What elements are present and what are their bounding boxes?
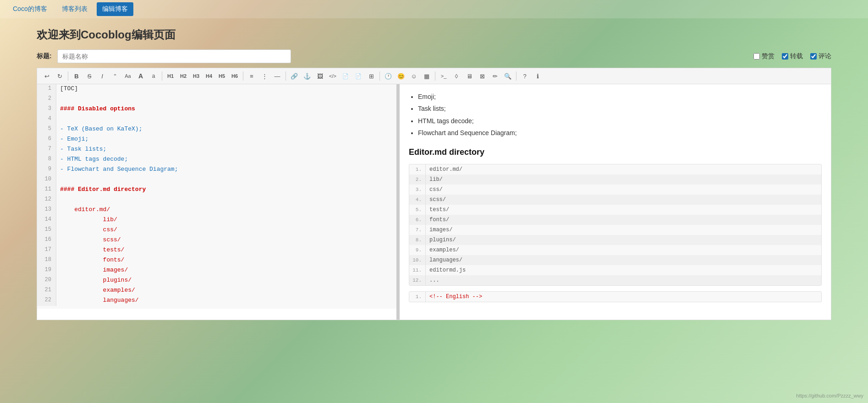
dir-code-content: images/ xyxy=(426,225,456,235)
toolbar-emoji[interactable]: 😊 xyxy=(395,70,407,82)
toolbar-h5[interactable]: H5 xyxy=(216,70,228,82)
code-line: 22 languages/ xyxy=(37,296,396,306)
toolbar-code[interactable]: </> xyxy=(327,70,339,82)
editor-left-pane[interactable]: 1[TOC]23#### Disabled options45- TeX (Ba… xyxy=(37,84,397,320)
nav-item-edit-blog[interactable]: 编辑博客 xyxy=(97,2,133,16)
toolbar-bold[interactable]: B xyxy=(71,70,82,82)
checkbox-reward-label: 赞赏 xyxy=(762,52,775,60)
checkbox-comment[interactable]: 评论 xyxy=(810,52,831,60)
line-number: 10 xyxy=(37,175,56,185)
navbar: Coco的博客 博客列表 编辑博客 xyxy=(0,0,868,18)
toolbar-preformat[interactable]: 📄 xyxy=(352,70,364,82)
toolbar-ordered-list[interactable]: ⋮ xyxy=(258,70,270,82)
line-content: - Flowchart and Sequence Diagram; xyxy=(56,165,396,175)
line-content: - HTML tags decode; xyxy=(56,155,396,165)
line-number: 22 xyxy=(37,296,56,306)
code-line: 10 xyxy=(37,175,396,185)
line-number: 8 xyxy=(37,155,56,165)
dir-code-line: 1.editor.md/ xyxy=(409,164,821,174)
toolbar-uppercase[interactable]: A xyxy=(135,70,147,82)
title-input[interactable] xyxy=(57,49,291,63)
form-row: 标题: 赞赏 转载 评论 xyxy=(37,49,831,63)
toolbar-h2[interactable]: H2 xyxy=(177,70,189,82)
editor-panels: 1[TOC]23#### Disabled options45- TeX (Ba… xyxy=(37,84,831,320)
dir-code-num: 1. xyxy=(409,164,426,174)
toolbar-search[interactable]: 🔍 xyxy=(502,70,514,82)
toolbar-link[interactable]: 🔗 xyxy=(288,70,300,82)
toolbar-datetime[interactable]: 🕐 xyxy=(382,70,394,82)
line-content: fonts/ xyxy=(56,256,396,266)
checkbox-reward-input[interactable] xyxy=(753,53,760,60)
toolbar-sep-7 xyxy=(516,71,516,81)
toolbar-redo[interactable]: ↻ xyxy=(54,70,66,82)
code-line: 19 images/ xyxy=(37,266,396,276)
dir-code-content: scss/ xyxy=(426,195,450,205)
nav-item-coco-blog[interactable]: Coco的博客 xyxy=(7,2,53,16)
line-content xyxy=(56,114,396,125)
toolbar-h6[interactable]: H6 xyxy=(229,70,241,82)
toolbar-unordered-list[interactable]: ≡ xyxy=(246,70,258,82)
line-number: 15 xyxy=(37,225,56,235)
dir-code-num: 2. xyxy=(409,174,426,185)
line-content: scss/ xyxy=(56,235,396,245)
dir-code-line: 10. languages/ xyxy=(409,255,821,265)
dir-code-num: 8. xyxy=(409,235,426,245)
checkboxes-row: 赞赏 转载 评论 xyxy=(753,52,831,60)
toolbar-info[interactable]: ℹ xyxy=(532,70,544,82)
toolbar-preview[interactable]: 🖥 xyxy=(463,70,475,82)
nav-item-blog-list[interactable]: 博客列表 xyxy=(56,2,93,16)
toolbar-code-block[interactable]: 📄 xyxy=(340,70,352,82)
line-number: 2 xyxy=(37,94,56,104)
toolbar-lowercase[interactable]: a xyxy=(148,70,159,82)
code-area[interactable]: 1[TOC]23#### Disabled options45- TeX (Ba… xyxy=(37,84,396,309)
toolbar-edit[interactable]: ✏ xyxy=(489,70,501,82)
dir-code-line: 12. ... xyxy=(409,275,821,285)
toolbar-fullscreen[interactable]: ⊠ xyxy=(476,70,488,82)
toolbar-emoji2[interactable]: ☺ xyxy=(408,70,420,82)
line-content: images/ xyxy=(56,266,396,276)
line-number: 16 xyxy=(37,235,56,245)
checkbox-comment-label: 评论 xyxy=(819,52,831,60)
toolbar-h1[interactable]: H1 xyxy=(165,70,176,82)
line-content: examples/ xyxy=(56,286,396,296)
toolbar-help[interactable]: ? xyxy=(519,70,531,82)
toolbar-terminal[interactable]: >_ xyxy=(438,70,450,82)
preview-list-item: Task lists; xyxy=(418,103,822,114)
checkbox-repost[interactable]: 转载 xyxy=(782,52,803,60)
toolbar-anchor[interactable]: ⚓ xyxy=(301,70,313,82)
dir-code-content: ... xyxy=(426,275,443,285)
checkbox-repost-input[interactable] xyxy=(782,53,788,60)
dir-code-line: 7. images/ xyxy=(409,225,821,235)
line-number: 11 xyxy=(37,185,56,195)
toolbar-strikethrough[interactable]: S xyxy=(83,70,95,82)
code-line: 4 xyxy=(37,114,396,125)
code-line: 9- Flowchart and Sequence Diagram; xyxy=(37,165,396,175)
line-content: - Emoji; xyxy=(56,135,396,145)
watermark: https://github.com/Pzzzz_wwy xyxy=(796,393,863,398)
toolbar-toc[interactable]: ◊ xyxy=(450,70,462,82)
toolbar-h3[interactable]: H3 xyxy=(190,70,202,82)
checkbox-comment-input[interactable] xyxy=(810,53,817,60)
line-number: 12 xyxy=(37,195,56,205)
preview-html-comment: 1. <!-- English --> xyxy=(409,291,822,302)
line-content xyxy=(56,175,396,185)
line-number: 7 xyxy=(37,145,56,155)
toolbar-html-entities[interactable]: ▦ xyxy=(421,70,433,82)
toolbar-table[interactable]: ⊞ xyxy=(365,70,377,82)
toolbar-font-size[interactable]: Aa xyxy=(122,70,134,82)
toolbar-sep-4 xyxy=(286,71,286,81)
editor-toolbar: ↩ ↻ B S I " Aa A a H1 H2 H3 H4 H5 H6 ≡ ⋮… xyxy=(37,68,831,84)
page-title: 欢迎来到Cocoblog编辑页面 xyxy=(37,27,831,42)
line-content xyxy=(56,195,396,205)
toolbar-h4[interactable]: H4 xyxy=(203,70,215,82)
toolbar-hr[interactable]: — xyxy=(271,70,283,82)
toolbar-undo[interactable]: ↩ xyxy=(41,70,53,82)
line-content: - TeX (Based on KaTeX); xyxy=(56,125,396,135)
toolbar-italic[interactable]: I xyxy=(96,70,108,82)
title-label: 标题: xyxy=(37,52,52,60)
preview-list-item: HTML tags decode; xyxy=(418,116,822,126)
toolbar-image[interactable]: 🖼 xyxy=(314,70,326,82)
checkbox-reward[interactable]: 赞赏 xyxy=(753,52,775,60)
toolbar-quote[interactable]: " xyxy=(109,70,121,82)
line-number: 14 xyxy=(37,215,56,225)
